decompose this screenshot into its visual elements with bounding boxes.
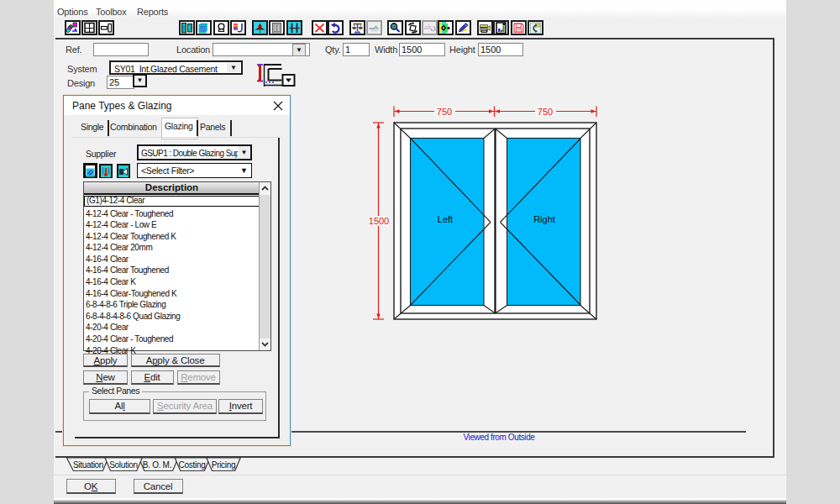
svg-text:750: 750: [437, 107, 452, 117]
svg-text:B. O. M.: B. O. M.: [143, 460, 171, 470]
svg-text:Solution: Solution: [109, 460, 138, 470]
svg-text:750: 750: [538, 107, 553, 117]
svg-text:1500: 1500: [370, 216, 389, 226]
svg-text:Right: Right: [533, 214, 555, 224]
svg-text:Costing: Costing: [179, 460, 206, 470]
svg-text:ab: ab: [424, 24, 431, 31]
svg-text:Situation: Situation: [73, 460, 103, 470]
svg-text:Left: Left: [438, 214, 453, 224]
svg-text:Pricing: Pricing: [212, 460, 235, 470]
